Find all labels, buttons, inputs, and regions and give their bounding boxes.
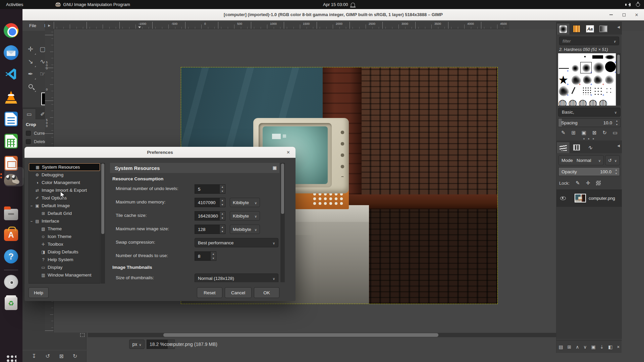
refresh-brushes[interactable]: ↻ bbox=[602, 130, 607, 136]
system-status-menu[interactable] bbox=[627, 0, 640, 9]
preferences-close-icon[interactable]: ✕ bbox=[285, 149, 291, 156]
threads-spinbox[interactable]: 8 ▲▼ bbox=[195, 251, 216, 261]
merge-down[interactable]: ⇣ bbox=[600, 344, 604, 350]
layer-name[interactable]: computer.png bbox=[589, 196, 615, 201]
spinner-buttons[interactable]: ▲▼ bbox=[220, 225, 225, 234]
delete-layer[interactable]: × bbox=[617, 344, 620, 350]
brush-group-dropdown[interactable]: Basic, bbox=[558, 108, 621, 117]
brush-item[interactable] bbox=[571, 87, 575, 94]
maximize-button[interactable] bbox=[621, 12, 627, 17]
cancel-button[interactable]: Cancel bbox=[225, 287, 252, 298]
dock-writer[interactable] bbox=[3, 111, 19, 127]
brush-item[interactable] bbox=[584, 56, 586, 57]
open-brush-as-image[interactable]: ▭ bbox=[613, 130, 618, 136]
horizontal-scrollbar-thumb[interactable] bbox=[163, 333, 438, 337]
spinner-buttons[interactable]: ▲▼ bbox=[220, 211, 225, 221]
edit-brush[interactable]: ✎ bbox=[561, 130, 566, 136]
lock-alpha-icon[interactable] bbox=[596, 181, 601, 185]
dock-vscode[interactable] bbox=[3, 67, 19, 83]
form-scrollbar-thumb[interactable] bbox=[281, 164, 284, 214]
prefs-tree-default-image[interactable]: − ▣ Default Image bbox=[29, 202, 100, 209]
tile-cache-spinbox[interactable]: 16428360 ▲▼ bbox=[195, 211, 225, 221]
opacity-spinner[interactable]: ▲▼ bbox=[613, 168, 619, 175]
tile-cache-unit-dropdown[interactable]: Kibibyte bbox=[230, 211, 260, 221]
new-layer[interactable]: ▤ bbox=[558, 344, 563, 350]
save-tool-preset[interactable]: ↧ bbox=[32, 353, 36, 359]
tool-move[interactable]: ✛ bbox=[24, 43, 37, 55]
dock-chrome[interactable] bbox=[3, 22, 19, 39]
menu-file[interactable]: File bbox=[25, 20, 40, 31]
duplicate-brush[interactable]: ▣ bbox=[582, 130, 586, 136]
opacity-slider[interactable]: Opacity 100.0 ▲▼ bbox=[558, 167, 620, 176]
unit-combo[interactable]: px bbox=[129, 340, 145, 349]
brush-item[interactable] bbox=[594, 75, 602, 84]
undo-memory-unit-dropdown[interactable]: Kibibyte bbox=[230, 198, 260, 207]
dock-files[interactable] bbox=[3, 205, 19, 222]
clock-menu[interactable]: Apr 15 03:00 bbox=[323, 0, 355, 9]
brush-item[interactable] bbox=[572, 65, 579, 72]
duplicate-layer[interactable]: ▣ bbox=[591, 344, 595, 350]
focused-app-menu[interactable]: GNU Image Manipulation Program bbox=[55, 2, 130, 7]
spacing-slider[interactable]: Spacing 10.0 ▲▼ bbox=[558, 118, 621, 127]
dock-help[interactable]: ? bbox=[3, 248, 19, 264]
collapse-arrow-icon[interactable]: ◀ bbox=[617, 144, 620, 147]
restore-tool-preset[interactable]: ↺ bbox=[45, 353, 50, 359]
preferences-tree-scrollbar[interactable] bbox=[101, 163, 105, 284]
brush-item[interactable] bbox=[605, 55, 614, 59]
window-titlebar[interactable]: [computer] (imported)-1.0 (RGB color 8-b… bbox=[22, 9, 644, 20]
prefs-tree-interface[interactable]: − ▤ Interface bbox=[29, 217, 100, 225]
brush-item[interactable] bbox=[582, 87, 591, 95]
blend-space-dropdown[interactable]: ↺ bbox=[605, 155, 620, 165]
brush-item-selected[interactable] bbox=[580, 62, 592, 73]
tool-ink[interactable]: ✒ bbox=[24, 68, 37, 80]
brush-item[interactable] bbox=[592, 55, 603, 59]
max-image-unit-dropdown[interactable]: Mebibyte bbox=[230, 225, 260, 234]
new-layer-group[interactable]: ⊞ bbox=[568, 344, 572, 350]
brush-item[interactable] bbox=[594, 87, 602, 95]
brush-item-row[interactable]: ◍◍◍◍◍ bbox=[558, 97, 609, 106]
layer-list-empty-area[interactable] bbox=[556, 207, 622, 339]
add-layer-mask[interactable]: ◧ bbox=[608, 344, 612, 350]
dock-gimp-active[interactable] bbox=[3, 169, 19, 188]
reset-button[interactable]: Reset bbox=[197, 287, 222, 298]
tool-transform[interactable]: ↘ bbox=[24, 55, 37, 68]
help-button[interactable]: Help bbox=[29, 287, 49, 298]
ruler-corner-button[interactable]: ▶ bbox=[45, 22, 54, 29]
brush-filter-input[interactable]: filter bbox=[559, 37, 619, 45]
dock-vlc[interactable] bbox=[3, 89, 19, 105]
brush-grid[interactable]: ★ ◍◍◍◍◍ ++ ++ ++ ++ ++ + bbox=[558, 53, 616, 106]
tab-tool-options[interactable]: ▭ bbox=[22, 109, 36, 119]
spinner-buttons[interactable]: ▲▼ bbox=[211, 251, 216, 261]
tab-channels[interactable] bbox=[570, 142, 583, 153]
delete-brush[interactable]: ⊠ bbox=[592, 130, 597, 136]
thumbnail-size-dropdown[interactable]: Normal (128x128) bbox=[195, 274, 278, 282]
checkbox-unchecked[interactable] bbox=[26, 139, 31, 144]
collapse-arrow-icon[interactable]: ◀ bbox=[617, 25, 620, 29]
dock-calc[interactable] bbox=[3, 133, 19, 149]
prefs-tree-default-grid[interactable]: ⊞ Default Grid bbox=[29, 209, 100, 217]
tree-expander[interactable]: − bbox=[29, 219, 34, 223]
tab-fonts[interactable]: Aa bbox=[583, 23, 597, 35]
tab-paths[interactable]: ∿ bbox=[583, 142, 597, 153]
layer-row[interactable]: computer.png bbox=[556, 189, 622, 207]
max-image-spinbox[interactable]: 128 ▲▼ bbox=[195, 225, 225, 234]
tab-brushes[interactable] bbox=[556, 23, 570, 35]
dock-removable-disc[interactable] bbox=[3, 274, 19, 290]
horizontal-scrollbar[interactable] bbox=[88, 333, 562, 337]
tab-layers[interactable] bbox=[556, 142, 570, 153]
spinner-buttons[interactable]: ▲▼ bbox=[220, 184, 225, 194]
prefs-tree-icon-theme[interactable]: ☺ Icon Theme bbox=[29, 233, 100, 240]
prefs-tree-toolbox[interactable]: ✛ Toolbox bbox=[29, 240, 100, 248]
brush-item[interactable] bbox=[559, 68, 569, 69]
minimize-button[interactable] bbox=[608, 12, 614, 17]
ok-button[interactable]: OK bbox=[254, 287, 279, 298]
prefs-tree-theme[interactable]: ▧ Theme bbox=[29, 225, 100, 233]
dock-thunderbird[interactable] bbox=[3, 45, 19, 61]
tree-scrollbar-thumb[interactable] bbox=[101, 164, 104, 234]
brush-item[interactable] bbox=[593, 62, 604, 73]
lock-paint-icon[interactable]: ✎ bbox=[576, 180, 580, 186]
dock-show-apps[interactable] bbox=[3, 352, 19, 362]
swap-compression-dropdown[interactable]: Best performance bbox=[195, 238, 278, 247]
tool-zoom[interactable] bbox=[24, 80, 37, 93]
brush-item[interactable] bbox=[605, 87, 614, 95]
